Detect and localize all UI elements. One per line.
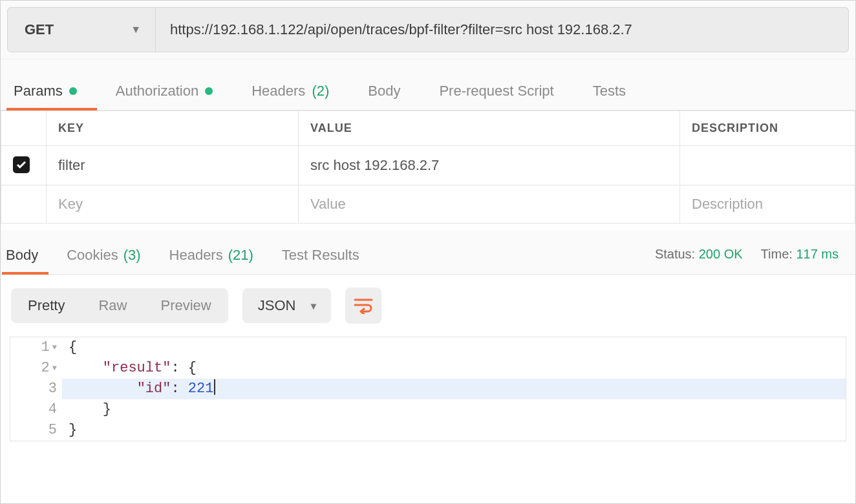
tab-test-results-label: Test Results bbox=[282, 247, 359, 264]
code-content: } bbox=[62, 399, 846, 420]
code-line: 3 "id": 221 bbox=[10, 379, 846, 399]
tab-authorization[interactable]: Authorization bbox=[116, 78, 232, 110]
checkbox-column-header bbox=[1, 111, 47, 146]
view-mode-group: Pretty Raw Preview bbox=[11, 288, 228, 323]
tab-response-cookies-count: (3) bbox=[123, 247, 141, 264]
tab-headers-count: (2) bbox=[312, 83, 329, 100]
format-selector[interactable]: JSON ▼ bbox=[242, 288, 332, 323]
param-value-input[interactable]: Value bbox=[299, 185, 680, 224]
param-value-text: src host 192.168.2.7 bbox=[310, 157, 439, 173]
code-content: "result": { bbox=[62, 358, 846, 379]
tab-params-label: Params bbox=[14, 83, 63, 100]
tab-pre-request-label: Pre-request Script bbox=[439, 83, 553, 100]
tab-response-cookies-label: Cookies bbox=[67, 247, 118, 264]
tab-body[interactable]: Body bbox=[368, 78, 420, 110]
line-number-gutter: 3 bbox=[10, 379, 62, 399]
viewer-controls: Pretty Raw Preview JSON ▼ bbox=[1, 275, 855, 337]
check-icon bbox=[16, 159, 27, 171]
view-mode-preview-label: Preview bbox=[160, 297, 211, 313]
code-line: 4 } bbox=[10, 399, 846, 420]
tab-body-label: Body bbox=[368, 83, 400, 100]
time-label: Time: bbox=[761, 247, 793, 261]
view-mode-pretty[interactable]: Pretty bbox=[11, 288, 81, 323]
line-number-gutter: 4 bbox=[10, 399, 62, 420]
tab-response-body-label: Body bbox=[6, 247, 38, 264]
time-value: 117 ms bbox=[796, 247, 839, 261]
time-display: Time: 117 ms bbox=[761, 247, 839, 262]
line-number-gutter: 5 bbox=[10, 420, 62, 441]
status-value: 200 OK bbox=[699, 247, 743, 261]
tab-pre-request-script[interactable]: Pre-request Script bbox=[439, 78, 573, 110]
row-enabled-checkbox[interactable] bbox=[13, 156, 30, 173]
status-label: Status: bbox=[655, 247, 695, 261]
http-method-label: GET bbox=[25, 21, 54, 38]
code-content: { bbox=[62, 337, 846, 358]
tab-response-headers-count: (21) bbox=[228, 247, 253, 264]
param-key-text: filter bbox=[58, 157, 85, 173]
tab-response-cookies[interactable]: Cookies (3) bbox=[67, 242, 152, 274]
param-value-placeholder: Value bbox=[310, 196, 346, 212]
request-tabs: Params Authorization Headers (2) Body Pr… bbox=[1, 59, 855, 110]
code-line: 2▼ "result": { bbox=[10, 358, 846, 379]
tab-response-headers[interactable]: Headers (21) bbox=[169, 242, 265, 274]
param-desc-placeholder: Description bbox=[692, 196, 763, 212]
description-column-header: Description bbox=[680, 111, 855, 146]
response-body-viewer[interactable]: 1▼{2▼ "result": {3 "id": 2214 }5} bbox=[10, 337, 846, 441]
param-key-input[interactable]: Key bbox=[47, 185, 299, 224]
code-line: 1▼{ bbox=[10, 337, 846, 358]
chevron-down-icon: ▼ bbox=[131, 24, 141, 36]
param-key-cell[interactable]: filter bbox=[47, 146, 299, 185]
param-key-placeholder: Key bbox=[58, 196, 83, 212]
tab-tests[interactable]: Tests bbox=[593, 78, 645, 110]
format-label: JSON bbox=[258, 297, 296, 314]
params-table: Key Value Description filter src host 19… bbox=[1, 110, 855, 224]
code-content: "id": 221 bbox=[62, 379, 846, 399]
tab-headers[interactable]: Headers (2) bbox=[251, 78, 348, 110]
chevron-down-icon: ▼ bbox=[308, 300, 318, 311]
active-dot-icon bbox=[205, 87, 213, 95]
tab-params[interactable]: Params bbox=[14, 78, 96, 110]
table-row: filter src host 192.168.2.7 bbox=[1, 146, 855, 185]
text-cursor bbox=[214, 379, 215, 395]
url-text: https://192.168.1.122/api/open/traces/bp… bbox=[170, 21, 632, 38]
fold-caret-icon[interactable]: ▼ bbox=[52, 337, 57, 358]
view-mode-raw-label: Raw bbox=[98, 297, 127, 313]
tab-response-headers-label: Headers bbox=[169, 247, 223, 264]
code-content: } bbox=[62, 420, 846, 441]
param-desc-input[interactable]: Description bbox=[680, 185, 855, 224]
key-column-header: Key bbox=[47, 111, 299, 146]
tab-tests-label: Tests bbox=[593, 83, 626, 100]
http-method-selector[interactable]: GET ▼ bbox=[7, 7, 156, 52]
value-column-header: Value bbox=[299, 111, 680, 146]
wrap-lines-button[interactable] bbox=[345, 288, 381, 324]
active-dot-icon bbox=[69, 87, 77, 95]
table-row-empty: Key Value Description bbox=[1, 185, 855, 224]
tab-response-body[interactable]: Body bbox=[6, 242, 50, 274]
line-number-gutter: 1▼ bbox=[10, 337, 62, 358]
url-input[interactable]: https://192.168.1.122/api/open/traces/bp… bbox=[156, 7, 849, 52]
response-tabs: Body Cookies (3) Headers (21) Test Resul… bbox=[1, 230, 855, 275]
status-display: Status: 200 OK bbox=[655, 247, 743, 262]
tab-test-results[interactable]: Test Results bbox=[282, 242, 371, 274]
tab-headers-label: Headers bbox=[251, 83, 305, 100]
tab-authorization-label: Authorization bbox=[116, 83, 198, 100]
wrap-icon bbox=[354, 297, 373, 314]
code-line: 5} bbox=[10, 420, 846, 441]
fold-caret-icon[interactable]: ▼ bbox=[52, 358, 57, 379]
view-mode-preview[interactable]: Preview bbox=[144, 288, 228, 323]
view-mode-raw[interactable]: Raw bbox=[81, 288, 144, 323]
param-desc-cell[interactable] bbox=[680, 146, 855, 185]
line-number-gutter: 2▼ bbox=[10, 358, 62, 379]
param-value-cell[interactable]: src host 192.168.2.7 bbox=[299, 146, 680, 185]
view-mode-pretty-label: Pretty bbox=[28, 297, 65, 313]
